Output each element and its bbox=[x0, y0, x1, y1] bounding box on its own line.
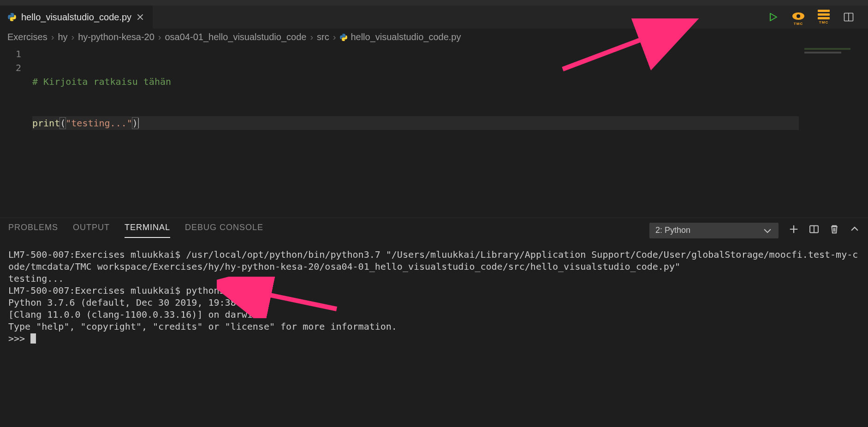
tab-hello-visualstudio-code[interactable]: hello_visualstudio_code.py bbox=[0, 6, 153, 29]
bottom-panel: PROBLEMS OUTPUT TERMINAL DEBUG CONSOLE 2… bbox=[0, 218, 868, 427]
tab-filename: hello_visualstudio_code.py bbox=[21, 12, 131, 23]
tmc-menu-icon[interactable]: TMC bbox=[817, 11, 830, 24]
panel-tabs: PROBLEMS OUTPUT TERMINAL DEBUG CONSOLE 2… bbox=[0, 218, 868, 243]
tab-problems[interactable]: PROBLEMS bbox=[8, 223, 58, 238]
python-file-icon bbox=[7, 12, 17, 22]
text-cursor bbox=[138, 118, 139, 128]
code-line: print("testing...") bbox=[32, 116, 868, 130]
run-icon[interactable] bbox=[767, 11, 779, 24]
trash-icon[interactable] bbox=[829, 224, 839, 237]
line-number: 2 bbox=[0, 61, 21, 75]
terminal-text: LM7-500-007:Exercises mluukkai$ /usr/loc… bbox=[8, 249, 858, 344]
tmc-eye-icon[interactable]: TMC bbox=[791, 12, 805, 22]
tab-terminal[interactable]: TERMINAL bbox=[125, 223, 170, 238]
line-number: 1 bbox=[0, 47, 21, 61]
tab-output[interactable]: OUTPUT bbox=[73, 223, 110, 238]
editor-toolbar: TMC TMC bbox=[767, 6, 868, 29]
split-editor-icon[interactable] bbox=[842, 11, 855, 24]
terminal-output[interactable]: LM7-500-007:Exercises mluukkai$ /usr/loc… bbox=[0, 243, 868, 427]
close-tab-icon[interactable] bbox=[136, 13, 144, 21]
terminal-cursor bbox=[30, 333, 36, 344]
breadcrumb-seg[interactable]: hy bbox=[58, 32, 67, 42]
svg-point-1 bbox=[797, 14, 800, 18]
new-terminal-icon[interactable] bbox=[789, 224, 799, 237]
chevron-down-icon bbox=[762, 225, 773, 236]
breadcrumb-seg[interactable]: Exercises bbox=[7, 32, 48, 42]
breadcrumb-seg-file[interactable]: hello_visualstudio_code.py bbox=[339, 32, 461, 42]
chevron-up-icon[interactable] bbox=[850, 224, 860, 237]
minimap[interactable] bbox=[799, 45, 868, 218]
breadcrumb[interactable]: Exercises› hy› hy-python-kesa-20› osa04-… bbox=[0, 29, 868, 45]
breadcrumb-seg[interactable]: hy-python-kesa-20 bbox=[78, 32, 155, 42]
split-terminal-icon[interactable] bbox=[809, 224, 819, 237]
terminal-select[interactable]: 2: Python bbox=[649, 223, 779, 238]
panel-controls: 2: Python bbox=[649, 223, 860, 238]
editor-tabs: hello_visualstudio_code.py TMC TMC bbox=[0, 6, 868, 29]
breadcrumb-seg[interactable]: src bbox=[317, 32, 329, 42]
code-area[interactable]: # Kirjoita ratkaisu tähän print("testing… bbox=[32, 45, 868, 218]
tab-debug-console[interactable]: DEBUG CONSOLE bbox=[185, 223, 263, 238]
window-titlebar bbox=[0, 0, 868, 6]
code-line: # Kirjoita ratkaisu tähän bbox=[32, 75, 868, 89]
breadcrumb-seg[interactable]: osa04-01_hello_visualstudio_code bbox=[165, 32, 307, 42]
python-file-icon bbox=[339, 33, 348, 42]
line-gutter: 1 2 bbox=[0, 45, 32, 218]
code-editor[interactable]: 1 2 # Kirjoita ratkaisu tähän print("tes… bbox=[0, 45, 868, 218]
terminal-select-label: 2: Python bbox=[655, 225, 690, 235]
